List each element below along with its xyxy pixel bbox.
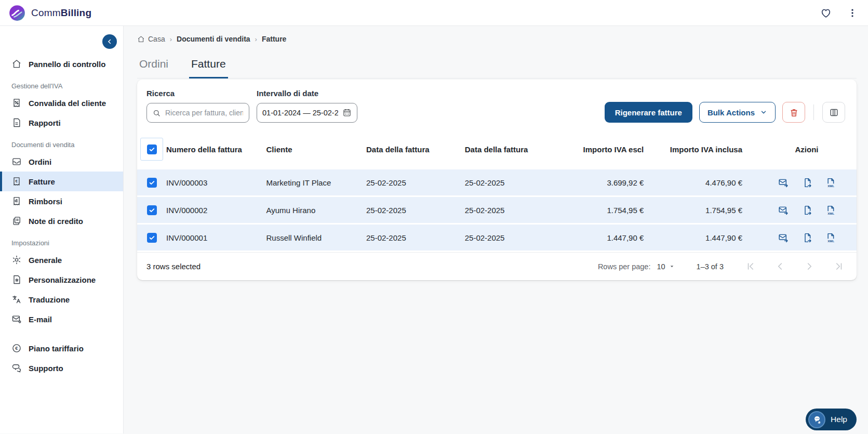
favorites-button[interactable]: [820, 7, 832, 19]
cell-amount-excl-vat: 1.447,90 €: [563, 225, 658, 251]
sidebar-item-label: E-mail: [29, 315, 52, 324]
breadcrumb-separator: ›: [170, 35, 172, 43]
select-all-checkbox[interactable]: [147, 144, 157, 154]
chat-help-icon: [808, 411, 825, 428]
send-email-icon[interactable]: [778, 232, 789, 243]
breadcrumb-home[interactable]: Casa: [137, 35, 165, 43]
sidebar-item-label: Note di credito: [29, 217, 83, 226]
table-row: INV/000002 Ayumu Hirano 25-02-2025 25-02…: [137, 197, 857, 223]
sidebar-item-label: Piano tariffario: [29, 344, 84, 353]
sidebar-item-orders[interactable]: Ordini: [0, 152, 123, 172]
cell-invoice-date: 25-02-2025: [366, 169, 465, 195]
manage-columns-button[interactable]: [822, 102, 845, 123]
search-label: Ricerca: [146, 89, 249, 98]
sidebar-item-customization[interactable]: Personalizzazione: [0, 270, 123, 290]
sidebar-item-dashboard[interactable]: Pannello di controllo: [0, 54, 123, 74]
column-header-invoice-date[interactable]: Data della fattura: [366, 133, 465, 168]
page-range-text: 1–3 of 3: [697, 262, 724, 271]
export-file-icon[interactable]: [802, 232, 812, 243]
row-checkbox[interactable]: [147, 178, 157, 188]
cell-amount-incl-vat: 1.754,95 €: [658, 197, 757, 223]
search-icon: [152, 109, 161, 117]
sidebar-item-credit-notes[interactable]: Note di credito: [0, 211, 123, 231]
column-header-client[interactable]: Cliente: [266, 133, 367, 168]
euro-circle-icon: €: [11, 343, 22, 353]
column-header-amount-excl-vat[interactable]: Importo IVA escl: [563, 133, 658, 168]
bulk-actions-button[interactable]: Bulk Actions: [699, 102, 776, 123]
delete-selected-button[interactable]: [782, 102, 805, 123]
date-range-input[interactable]: 01-01-2024 — 25-02-2025: [257, 103, 357, 123]
document-star-icon: [11, 274, 22, 285]
receipt-percent-icon: [11, 98, 22, 108]
date-range-value: 01-01-2024 — 25-02-2025: [262, 109, 338, 117]
tab-invoices[interactable]: Fatture: [189, 58, 228, 78]
svg-text:€: €: [15, 346, 18, 351]
breadcrumb-section[interactable]: Documenti di vendita: [177, 35, 250, 43]
first-page-icon[interactable]: [745, 261, 755, 271]
prev-page-icon[interactable]: [775, 261, 785, 271]
cell-invoice-number: INV/000002: [166, 197, 266, 223]
xml-file-icon[interactable]: XML: [825, 177, 836, 188]
breadcrumb-current: Fatture: [262, 35, 286, 43]
export-file-icon[interactable]: [802, 205, 812, 216]
sidebar-item-email[interactable]: E-mail: [0, 309, 123, 329]
gear-icon: [11, 255, 22, 265]
regenerate-invoices-button[interactable]: Rigenerare fatture: [605, 102, 692, 123]
dropdown-arrow-icon: [669, 264, 675, 269]
invoices-table: Numero della fattura Cliente Data della …: [137, 131, 857, 252]
sidebar-item-label: Personalizzazione: [29, 275, 96, 284]
app-logo[interactable]: CommBilling: [8, 4, 91, 22]
bulk-actions-label: Bulk Actions: [707, 108, 755, 117]
table-header-row: Numero della fattura Cliente Data della …: [137, 133, 857, 168]
rows-per-page-label: Rows per page:: [598, 262, 651, 271]
svg-text:XML: XML: [827, 211, 834, 215]
calendar-icon: [342, 108, 352, 117]
sidebar-item-label: Fatture: [29, 177, 55, 186]
sidebar-collapse-button[interactable]: [102, 34, 117, 49]
sidebar-item-support[interactable]: Supporto: [0, 358, 123, 378]
sidebar-item-customer-validation[interactable]: Convalida del cliente: [0, 93, 123, 113]
sidebar-section-sales-documents: Documenti di vendita: [11, 141, 123, 149]
row-checkbox[interactable]: [147, 205, 157, 215]
send-email-icon[interactable]: [778, 177, 789, 188]
search-input-box: [146, 103, 249, 123]
row-checkbox[interactable]: [147, 233, 157, 243]
breadcrumb: Casa › Documenti di vendita › Fatture: [137, 26, 857, 43]
sidebar-item-reports[interactable]: Rapporti: [0, 113, 123, 133]
export-file-icon[interactable]: [802, 177, 812, 188]
search-input[interactable]: [165, 109, 243, 117]
sidebar-item-translation[interactable]: Traduzione: [0, 290, 123, 309]
home-icon: [137, 35, 145, 43]
tab-orders[interactable]: Ordini: [137, 58, 170, 78]
more-options-button[interactable]: [847, 8, 858, 18]
xml-file-icon[interactable]: XML: [825, 205, 836, 216]
help-button[interactable]: Help: [806, 409, 857, 430]
cell-invoice-date-2: 25-02-2025: [465, 197, 564, 223]
sidebar-item-label: Convalida del cliente: [29, 99, 106, 108]
credit-note-icon: [11, 216, 22, 226]
column-header-amount-incl-vat[interactable]: Importo IVA inclusa: [658, 133, 757, 168]
select-all-cell: [140, 138, 163, 161]
sidebar-item-refunds[interactable]: Rimborsi: [0, 191, 123, 211]
table-row: INV/000001 Russell Winfield 25-02-2025 2…: [137, 225, 857, 251]
column-header-invoice-date-2[interactable]: Data della fattura: [465, 133, 564, 168]
table-footer: 3 rows selected Rows per page: 10 1–3: [137, 252, 857, 280]
next-page-icon[interactable]: [805, 261, 814, 271]
sidebar-item-pricing-plan[interactable]: € Piano tariffario: [0, 338, 123, 358]
rows-per-page-select[interactable]: 10: [657, 262, 674, 271]
breadcrumb-home-label: Casa: [148, 35, 165, 43]
cell-invoice-date: 25-02-2025: [366, 225, 465, 251]
column-header-invoice-number[interactable]: Numero della fattura: [166, 133, 266, 168]
svg-text:XML: XML: [827, 183, 834, 187]
cell-invoice-number: INV/000001: [166, 225, 266, 251]
xml-file-icon[interactable]: XML: [825, 232, 836, 243]
column-header-actions: Azioni: [757, 133, 857, 168]
sidebar: Pannello di controllo Gestione dell'IVA …: [0, 26, 124, 433]
toolbar-divider: [813, 104, 814, 120]
trash-icon: [789, 108, 799, 117]
send-email-icon[interactable]: [778, 205, 789, 216]
sidebar-item-invoices[interactable]: € Fatture: [0, 172, 123, 191]
sidebar-item-general[interactable]: Generale: [0, 250, 123, 270]
last-page-icon[interactable]: [834, 261, 844, 271]
invoices-card: Ricerca Intervallo di date 01: [137, 80, 857, 280]
